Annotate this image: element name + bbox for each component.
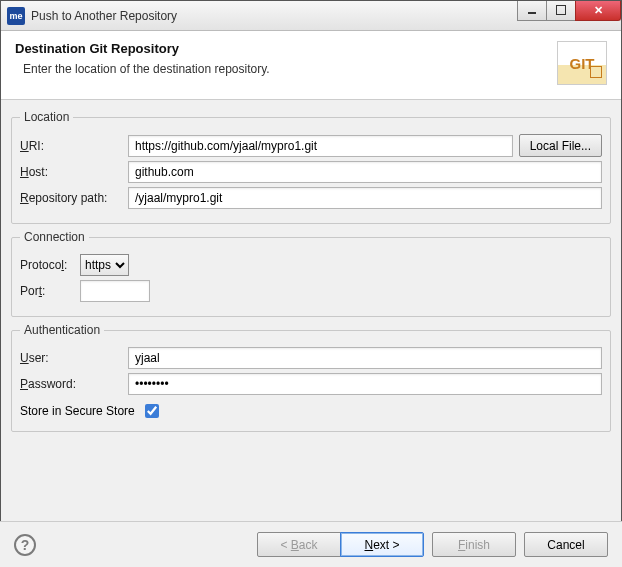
wizard-header: Destination Git Repository Enter the loc… <box>1 31 621 100</box>
next-button[interactable]: Next > <box>340 532 424 557</box>
app-icon: me <box>7 7 25 25</box>
password-input[interactable] <box>128 373 602 395</box>
titlebar: me Push to Another Repository <box>1 1 621 31</box>
close-button[interactable] <box>575 1 621 21</box>
password-label: Password: <box>20 377 128 391</box>
connection-legend: Connection <box>20 230 89 244</box>
location-legend: Location <box>20 110 73 124</box>
finish-button[interactable]: Finish <box>432 532 516 557</box>
store-secure-label: Store in Secure Store <box>20 404 135 418</box>
page-title: Destination Git Repository <box>15 41 557 56</box>
protocol-label: Protocol: <box>20 258 80 272</box>
port-input[interactable] <box>80 280 150 302</box>
help-icon[interactable]: ? <box>14 534 36 556</box>
user-label: User: <box>20 351 128 365</box>
uri-input[interactable] <box>128 135 513 157</box>
git-icon: GIT <box>557 41 607 85</box>
maximize-button[interactable] <box>546 1 576 21</box>
local-file-button[interactable]: Local File... <box>519 134 602 157</box>
authentication-group: Authentication User: Password: Store in … <box>11 323 611 432</box>
port-label: Port: <box>20 284 80 298</box>
user-input[interactable] <box>128 347 602 369</box>
connection-group: Connection Protocol: https Port: <box>11 230 611 317</box>
host-label: Host: <box>20 165 128 179</box>
location-group: Location URI: Local File... Host: Reposi… <box>11 110 611 224</box>
window-buttons <box>518 1 621 21</box>
back-button[interactable]: < Back <box>257 532 341 557</box>
page-subtitle: Enter the location of the destination re… <box>23 62 557 76</box>
wizard-footer: ? < Back Next > Finish Cancel <box>0 521 622 567</box>
uri-label: URI: <box>20 139 128 153</box>
repository-path-input[interactable] <box>128 187 602 209</box>
window-title: Push to Another Repository <box>31 9 518 23</box>
store-secure-checkbox[interactable] <box>145 404 159 418</box>
authentication-legend: Authentication <box>20 323 104 337</box>
form-body: Location URI: Local File... Host: Reposi… <box>1 100 621 432</box>
repository-path-label: Repository path: <box>20 191 128 205</box>
host-input[interactable] <box>128 161 602 183</box>
cancel-button[interactable]: Cancel <box>524 532 608 557</box>
protocol-select[interactable]: https <box>80 254 129 276</box>
minimize-button[interactable] <box>517 1 547 21</box>
